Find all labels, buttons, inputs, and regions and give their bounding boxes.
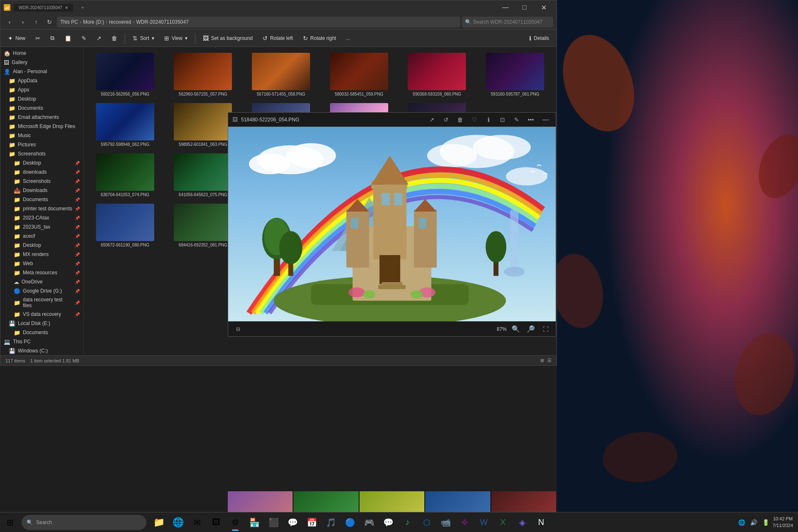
- sidebar-item-ustax[interactable]: 📁 2023US_tax 📌: [0, 222, 83, 232]
- file-item[interactable]: 590368-593159_060.PNG: [399, 50, 475, 99]
- viewer-share-btn[interactable]: ↗: [426, 114, 438, 126]
- taskbar-icon-teams[interactable]: 💬: [283, 513, 302, 532]
- more-btn[interactable]: ...: [342, 32, 355, 45]
- copy-btn[interactable]: ⧉: [46, 32, 59, 45]
- sidebar-item-documents1[interactable]: 📁 Documents: [0, 103, 83, 113]
- taskbar-icon-music[interactable]: 🎵: [322, 513, 340, 532]
- sidebar-item-aceof[interactable]: 📁 aceof 📌: [0, 232, 83, 241]
- sidebar-item-apps[interactable]: 📁 Apps: [0, 85, 83, 94]
- sidebar-item-email[interactable]: 📁 Email attachments: [0, 113, 83, 122]
- sidebar-item-screenshots2[interactable]: 📁 Screenshots 📌: [0, 177, 83, 186]
- taskbar-icon-vscode[interactable]: ⬡: [417, 513, 436, 532]
- taskbar-icon-steam[interactable]: 🎮: [360, 513, 378, 532]
- strip-thumb-2[interactable]: [293, 491, 358, 512]
- file-item[interactable]: 567160-571455_058.PNG: [243, 50, 319, 99]
- rotate-left-btn[interactable]: ↺ Rotate left: [259, 32, 297, 45]
- viewer-rotate-btn[interactable]: ↺: [440, 114, 452, 126]
- sidebar-item-pictures[interactable]: 📁 Pictures: [0, 140, 83, 149]
- sidebar-item-desktop2[interactable]: 📁 Desktop 📌: [0, 158, 83, 167]
- sidebar-item-downloads2[interactable]: 📥 Downloads 📌: [0, 186, 83, 195]
- viewer-strip-btn[interactable]: ⊟: [232, 323, 244, 335]
- refresh-btn[interactable]: ↻: [44, 16, 55, 28]
- search-bar[interactable]: 🔍 Search WDR-20240711035047: [462, 17, 553, 27]
- taskbar-icon-notion[interactable]: N: [532, 513, 550, 532]
- tab-wdr[interactable]: WDR-20240711035047 ✕: [14, 4, 73, 12]
- maximize-btn[interactable]: □: [515, 0, 534, 15]
- sidebar-item-downloads1[interactable]: 📁 downloads 📌: [0, 167, 83, 177]
- taskbar-icon-chrome[interactable]: 🔵: [341, 513, 359, 532]
- taskbar-clock[interactable]: 10:42 PM 7/11/2024: [773, 516, 793, 529]
- list-view-icon[interactable]: ☰: [547, 358, 552, 363]
- close-btn[interactable]: ✕: [534, 0, 553, 15]
- taskbar-icon-excel[interactable]: X: [494, 513, 512, 532]
- sidebar-item-c[interactable]: 💾 Windows (C:): [0, 346, 83, 355]
- sidebar-item-music[interactable]: 📁 Music: [0, 131, 83, 140]
- sidebar-item-locale[interactable]: 💾 Local Disk (E:): [0, 319, 83, 328]
- sidebar-item-gallery[interactable]: 🖼 Gallery: [0, 58, 83, 67]
- sidebar-item-appdata[interactable]: 📁 AppData: [0, 76, 83, 85]
- breadcrumb-folder[interactable]: WDR-20240711035047: [136, 19, 189, 25]
- sidebar-item-alan[interactable]: 👤 Alan - Personal: [0, 67, 83, 76]
- sort-btn[interactable]: ⇅ Sort ▾: [128, 32, 158, 45]
- start-button[interactable]: ⊞: [0, 512, 20, 532]
- taskbar-icon-edge[interactable]: 🌐: [169, 513, 187, 532]
- tray-network[interactable]: 🌐: [736, 517, 747, 527]
- details-btn[interactable]: ℹ Details: [525, 32, 553, 45]
- taskbar-icon-spotify[interactable]: ♪: [398, 513, 416, 532]
- taskbar-icon-word[interactable]: W: [475, 513, 493, 532]
- taskbar-search[interactable]: 🔍 Search: [22, 515, 146, 530]
- file-item[interactable]: 636704-641053_074.PNG: [87, 151, 163, 200]
- zoom-in-btn[interactable]: 🔎: [525, 323, 537, 335]
- new-btn[interactable]: ✦ New: [4, 32, 30, 45]
- sidebar-item-meta[interactable]: 📁 Meta resources 📌: [0, 268, 83, 277]
- sidebar-item-desktop3[interactable]: 📁 Desktop 📌: [0, 241, 83, 250]
- tab-close[interactable]: ✕: [65, 5, 68, 10]
- strip-thumb-1[interactable]: [228, 491, 293, 512]
- strip-thumb-5[interactable]: [491, 491, 556, 512]
- taskbar-icon-store[interactable]: 🏪: [245, 513, 264, 532]
- file-item[interactable]: 593160-595787_061.PNG: [477, 50, 553, 99]
- rename-btn[interactable]: ✎: [77, 32, 91, 45]
- sidebar-item-onedrive[interactable]: ☁ OneDrive 📌: [0, 277, 83, 286]
- delete-btn[interactable]: 🗑: [107, 32, 121, 45]
- breadcrumb-recovered[interactable]: recovered: [109, 19, 131, 25]
- taskbar-icon-calendar[interactable]: 📅: [303, 513, 321, 532]
- file-item[interactable]: 580032-585451_059.PNG: [321, 50, 397, 99]
- up-btn[interactable]: ↑: [30, 16, 42, 28]
- sidebar-item-mxrenders[interactable]: 📁 MX renders 📌: [0, 250, 83, 259]
- sidebar-item-thispc[interactable]: 💻 This PC: [0, 337, 83, 346]
- taskbar-icon-mail[interactable]: ✉: [188, 513, 206, 532]
- fullscreen-btn[interactable]: ⛶: [540, 323, 552, 335]
- sidebar-item-vsrecov[interactable]: 📁 VS data recovery 📌: [0, 310, 83, 319]
- sidebar-item-home[interactable]: 🏠 Home: [0, 49, 83, 58]
- set-background-btn[interactable]: 🖼 Set as background: [199, 32, 257, 45]
- taskbar-icon-terminal[interactable]: ⬛: [264, 513, 283, 532]
- taskbar-icon-obsidian[interactable]: ◈: [513, 513, 531, 532]
- viewer-close-btn[interactable]: —: [540, 114, 552, 126]
- sidebar-item-printer[interactable]: 📁 printer test documents 📌: [0, 204, 83, 213]
- taskbar-icon-settings[interactable]: ⚙: [226, 513, 244, 532]
- taskbar-icon-explorer[interactable]: 📁: [150, 513, 168, 532]
- viewer-info-btn[interactable]: ℹ: [483, 114, 494, 126]
- zoom-out-btn[interactable]: 🔍: [510, 323, 522, 335]
- breadcrumb-this-pc[interactable]: This PC: [60, 19, 78, 25]
- forward-btn[interactable]: ›: [17, 16, 29, 28]
- minimize-btn[interactable]: —: [496, 0, 515, 15]
- paste-btn[interactable]: 📋: [60, 32, 76, 45]
- tray-volume[interactable]: 🔊: [749, 517, 759, 527]
- viewer-crop-btn[interactable]: ⊡: [497, 114, 508, 126]
- taskbar-icon-discord[interactable]: 💬: [379, 513, 397, 532]
- rotate-right-btn[interactable]: ↻ Rotate right: [299, 32, 340, 45]
- taskbar-icon-slack[interactable]: ❖: [456, 513, 474, 532]
- viewer-delete-btn[interactable]: 🗑: [454, 114, 466, 126]
- file-item[interactable]: 562960-567155_057.PNG: [165, 50, 241, 99]
- breadcrumb[interactable]: This PC › More (D:) › recovered › WDR-20…: [57, 17, 460, 27]
- taskbar-icon-photos[interactable]: 🖼: [207, 513, 225, 532]
- back-btn[interactable]: ‹: [4, 16, 15, 28]
- file-item[interactable]: 650672-661190_080.PNG: [87, 201, 163, 250]
- sidebar-item-gdrive[interactable]: 🔵 Google Drive (G:) 📌: [0, 286, 83, 296]
- strip-thumb-4[interactable]: [425, 491, 490, 512]
- sidebar-item-desktop1[interactable]: 📁 Desktop: [0, 94, 83, 103]
- strip-thumb-3[interactable]: [360, 491, 424, 512]
- viewer-favorite-btn[interactable]: ♡: [468, 114, 480, 126]
